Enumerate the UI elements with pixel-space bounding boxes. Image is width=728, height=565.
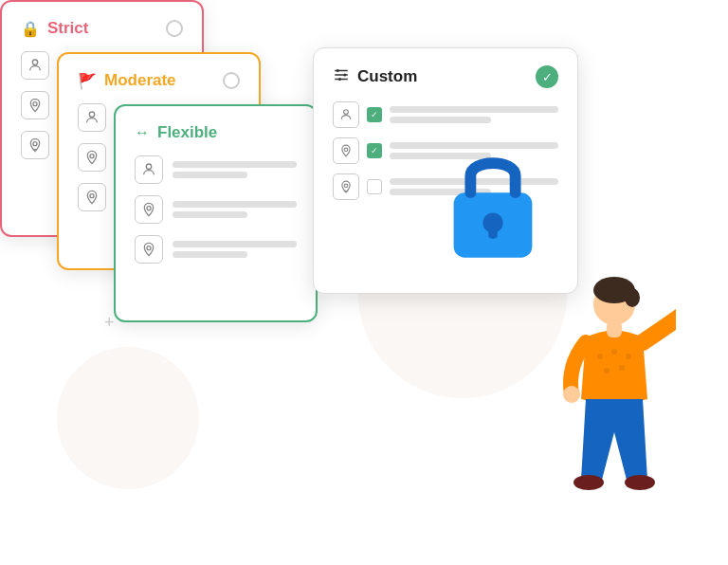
svg-point-33: [573, 475, 604, 490]
flexible-location-icon: [135, 195, 163, 224]
custom-location-icon-2: [333, 137, 359, 164]
flexible-row-2-lines: [173, 201, 297, 218]
svg-point-32: [563, 386, 580, 403]
flexible-row-3-lines: [173, 241, 297, 258]
card-custom-title: Custom: [333, 66, 417, 87]
svg-point-13: [337, 69, 339, 72]
svg-point-6: [90, 194, 94, 198]
svg-point-5: [90, 155, 94, 158]
strict-title-text: Strict: [47, 19, 88, 38]
moderate-radio[interactable]: [223, 72, 240, 89]
main-scene: + + 🔒 Strict: [0, 0, 728, 565]
svg-point-1: [33, 102, 37, 106]
svg-point-7: [146, 164, 151, 169]
bg-circle-left: [57, 347, 199, 489]
strict-person-icon: [21, 51, 49, 80]
custom-person-icon-1: [333, 101, 359, 128]
svg-point-17: [344, 148, 348, 152]
strict-doc-icon: [21, 131, 49, 159]
flexible-arrows-icon: ↔: [135, 124, 150, 141]
custom-checkbox-2[interactable]: ✓: [367, 143, 382, 158]
card-flexible[interactable]: ↔ Flexible: [114, 104, 318, 322]
flexible-row-3: [135, 235, 297, 264]
person-svg: [524, 252, 676, 537]
card-moderate-title: 🚩 Moderate: [78, 71, 176, 90]
plus-decoration-1: +: [104, 313, 115, 333]
svg-point-26: [597, 354, 603, 359]
moderate-doc-icon: [78, 183, 106, 211]
svg-point-25: [625, 288, 640, 307]
svg-point-16: [344, 110, 349, 115]
custom-checkbox-1[interactable]: ✓: [367, 107, 382, 122]
moderate-location-icon: [78, 143, 106, 172]
card-custom-header: Custom ✓: [333, 65, 558, 88]
custom-settings-icon: [333, 66, 350, 87]
flexible-row-2: [135, 195, 297, 224]
svg-rect-35: [607, 320, 622, 337]
svg-point-34: [625, 475, 655, 490]
svg-point-18: [344, 184, 348, 188]
svg-rect-22: [488, 223, 497, 239]
custom-check-icon: ✓: [536, 65, 558, 88]
card-strict-header: 🔒 Strict: [21, 19, 183, 38]
svg-point-2: [33, 142, 37, 146]
custom-doc-icon-3: [333, 173, 359, 200]
strict-radio[interactable]: [166, 20, 183, 37]
svg-point-9: [147, 246, 151, 250]
svg-point-4: [89, 112, 94, 117]
custom-row-1: ✓: [333, 101, 558, 128]
moderate-flag-icon: 🚩: [78, 72, 97, 90]
custom-checkbox-3-empty[interactable]: [367, 179, 382, 194]
flexible-doc-icon: [135, 235, 163, 264]
svg-point-28: [626, 354, 631, 359]
svg-point-14: [343, 74, 346, 77]
flexible-row-1-lines: [173, 161, 297, 178]
svg-point-8: [147, 207, 151, 210]
flexible-person-icon: [135, 155, 163, 184]
flexible-row-1: [135, 155, 297, 184]
moderate-title-text: Moderate: [104, 71, 176, 90]
custom-title-text: Custom: [357, 67, 417, 86]
svg-point-29: [604, 368, 610, 374]
card-strict-title: 🔒 Strict: [21, 19, 88, 38]
padlock-icon: [436, 142, 550, 265]
card-flexible-title: ↔ Flexible: [135, 123, 217, 142]
person-figure: [524, 252, 676, 537]
card-moderate-header: 🚩 Moderate: [78, 71, 240, 90]
svg-point-30: [619, 365, 625, 371]
custom-row-1-lines: [390, 106, 558, 123]
flexible-title-text: Flexible: [157, 123, 217, 142]
lock-container: [436, 142, 550, 269]
svg-point-15: [338, 78, 341, 81]
card-flexible-header: ↔ Flexible: [135, 123, 297, 142]
svg-point-27: [611, 349, 617, 355]
strict-location-icon: [21, 91, 49, 119]
svg-point-0: [32, 60, 37, 64]
strict-lock-icon: 🔒: [21, 20, 40, 38]
moderate-person-icon: [78, 103, 106, 132]
